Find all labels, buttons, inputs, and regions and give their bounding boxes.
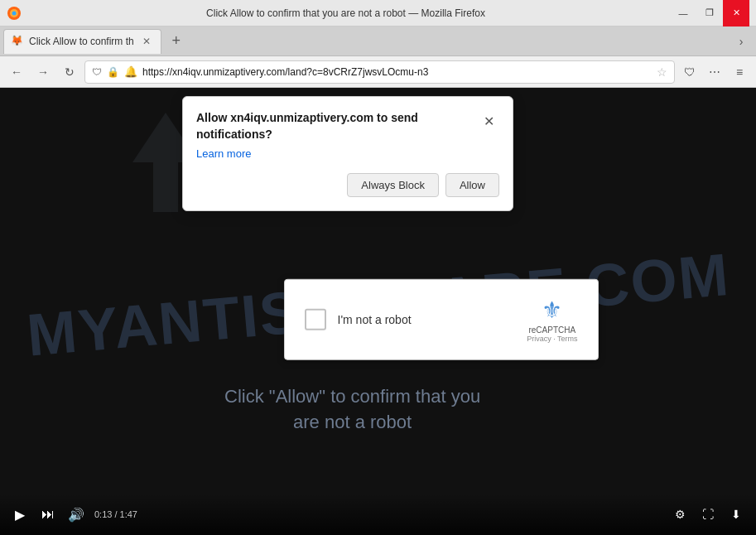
maximize-button[interactable]: ❐ (696, 0, 723, 27)
extensions-button[interactable]: ⋯ (703, 60, 726, 84)
recaptcha-checkbox-area: I'm not a robot (305, 309, 412, 330)
notif-header: Allow xn4iqv.unmizaptivery.com to send n… (196, 110, 499, 142)
recaptcha-label: I'm not a robot (338, 313, 412, 326)
tab-bar-right: › (730, 30, 753, 53)
reload-button[interactable]: ↻ (58, 60, 81, 84)
recaptcha-spinner-icon: ⚜ (527, 296, 577, 324)
recaptcha-separator: · (551, 335, 557, 343)
browser-window: Click Allow to confirm that you are not … (0, 0, 756, 535)
notif-close-button[interactable]: ✕ (478, 110, 499, 132)
forward-button[interactable]: → (31, 60, 55, 84)
back-button[interactable]: ← (5, 60, 28, 84)
tabs-overflow-button[interactable]: › (730, 30, 753, 53)
skip-button[interactable]: ⏭ (38, 504, 58, 524)
nav-bar: ← → ↻ 🛡 🔒 🔔 https://xn4iqv.unmizaptivery… (0, 56, 756, 88)
firefox-account-button[interactable]: 🛡 (678, 60, 701, 84)
firefox-logo (7, 6, 22, 21)
recaptcha-checkbox[interactable] (305, 309, 326, 330)
hamburger-menu-button[interactable]: ≡ (728, 60, 751, 84)
notif-actions: Always Block Allow (196, 173, 499, 197)
toolbar-icons: 🛡 ⋯ ≡ (678, 60, 751, 84)
tab-bar: 🦊 Click Allow to confirm th ✕ + › (0, 27, 756, 56)
fullscreen-button[interactable]: ⛶ (698, 504, 718, 524)
tab-favicon: 🦊 (11, 35, 24, 48)
minimize-button[interactable]: — (670, 0, 696, 27)
title-bar-left (7, 6, 22, 21)
settings-button[interactable]: ⚙ (670, 504, 690, 524)
notif-title: Allow xn4iqv.unmizaptivery.com to send n… (196, 110, 469, 142)
recaptcha-links: Privacy · Terms (527, 335, 577, 343)
download-button[interactable]: ⬇ (726, 504, 746, 524)
recaptcha-terms-link[interactable]: Terms (557, 335, 578, 343)
allow-button[interactable]: Allow (445, 173, 499, 197)
tab-title: Click Allow to confirm th (29, 36, 134, 47)
recaptcha-privacy-link[interactable]: Privacy (527, 335, 551, 343)
recaptcha-inner: I'm not a robot ⚜ reCAPTCHA Privacy · Te… (305, 296, 578, 343)
new-tab-button[interactable]: + (165, 30, 188, 53)
window-controls: — ❐ ✕ (670, 0, 749, 27)
security-icon: 🛡 (92, 66, 102, 78)
notification-popup: Allow xn4iqv.unmizaptivery.com to send n… (182, 96, 513, 211)
recaptcha-widget: I'm not a robot ⚜ reCAPTCHA Privacy · Te… (284, 279, 599, 360)
notification-permissions-icon: 🔔 (124, 65, 137, 78)
close-button[interactable]: ✕ (723, 0, 749, 27)
recaptcha-brand-label: reCAPTCHA (527, 325, 577, 335)
center-instructions: Click "Allow" to confirm that you are no… (224, 384, 480, 436)
volume-button[interactable]: 🔊 (66, 504, 86, 524)
page-content: MYANTISPYWARE.COM Click "Allow" to confi… (0, 88, 756, 535)
video-controls: ▶ ⏭ 🔊 0:13 / 1:47 ⚙ ⛶ ⬇ (0, 494, 756, 535)
notif-learn-more-link[interactable]: Learn more (196, 147, 499, 160)
play-button[interactable]: ▶ (10, 504, 30, 524)
always-block-button[interactable]: Always Block (347, 173, 439, 197)
bookmark-star-icon[interactable]: ☆ (657, 65, 667, 79)
url-display: https://xn4iqv.unmizaptivery.com/land?c=… (142, 66, 652, 78)
center-text-line2: are not a robot (224, 410, 480, 436)
title-bar: Click Allow to confirm that you are not … (0, 0, 756, 27)
svg-point-2 (12, 11, 17, 15)
window-title: Click Allow to confirm that you are not … (22, 7, 670, 19)
address-bar[interactable]: 🛡 🔒 🔔 https://xn4iqv.unmizaptivery.com/l… (84, 60, 675, 84)
time-display: 0:13 / 1:47 (94, 509, 137, 519)
center-text-line1: Click "Allow" to confirm that you (224, 384, 480, 410)
recaptcha-logo-area: ⚜ reCAPTCHA Privacy · Terms (527, 296, 577, 343)
lock-icon: 🔒 (107, 66, 119, 78)
active-tab[interactable]: 🦊 Click Allow to confirm th ✕ (3, 29, 161, 54)
tab-close-button[interactable]: ✕ (139, 34, 154, 49)
